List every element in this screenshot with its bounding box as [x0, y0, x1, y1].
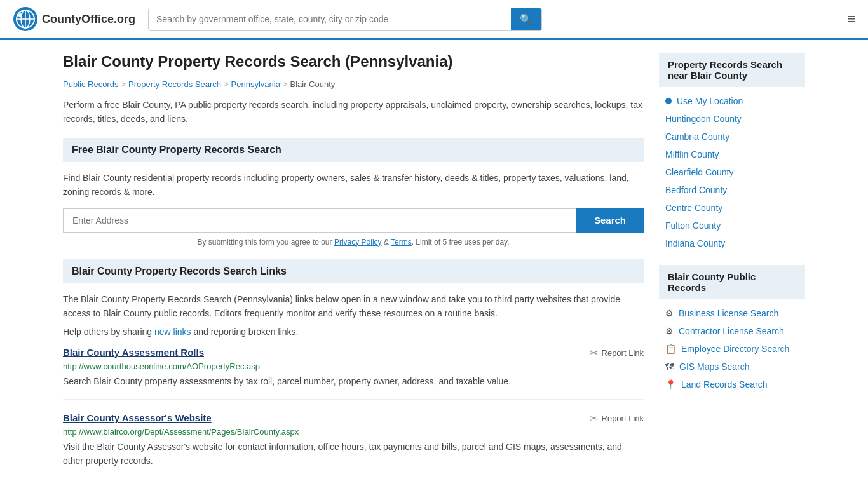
- sidebar-public-records-heading: Blair County Public Records: [659, 265, 805, 299]
- breadcrumb-property-records[interactable]: Property Records Search: [128, 79, 221, 89]
- share-text: Help others by sharing: [63, 327, 154, 337]
- location-dot-icon: [665, 98, 672, 104]
- sidebar-biz-license[interactable]: ⚙ Business License Search: [659, 304, 805, 322]
- main-layout: Blair County Property Records Search (Pe…: [53, 40, 815, 488]
- gis-maps-label: GIS Maps Search: [679, 362, 750, 372]
- logo-icon: [13, 6, 38, 32]
- links-share: Help others by sharing new links and rep…: [63, 327, 644, 337]
- sidebar-county-5[interactable]: Centre County: [659, 199, 805, 217]
- logo-suffix: .org: [114, 13, 135, 25]
- svg-point-5: [18, 13, 22, 17]
- sidebar-employee-directory[interactable]: 📋 Employee Directory Search: [659, 340, 805, 358]
- contractor-license-label: Contractor License Search: [679, 326, 784, 336]
- sidebar-county-0-label: Huntingdon County: [665, 114, 742, 124]
- links-section: Blair County Property Records Search Lin…: [63, 259, 644, 479]
- report-link-1-button[interactable]: ✂ Report Link: [590, 347, 644, 359]
- content-area: Blair County Property Records Search (Pe…: [63, 53, 644, 488]
- sidebar-county-6[interactable]: Fulton County: [659, 217, 805, 234]
- sidebar: Property Records Search near Blair Count…: [659, 53, 805, 488]
- gis-maps-icon: 🗺: [665, 362, 674, 372]
- link-item-2-desc: Visit the Blair County Assessor's websit…: [63, 440, 644, 468]
- share-suffix: and reporting broken links.: [191, 327, 299, 337]
- search-icon: 🔍: [520, 14, 532, 25]
- link-item-1-desc: Search Blair County property assessments…: [63, 375, 644, 389]
- disclaimer-suffix: . Limit of 5 free uses per day.: [412, 238, 510, 247]
- report-link-2-button[interactable]: ✂ Report Link: [590, 412, 644, 424]
- header-search-input[interactable]: [149, 8, 511, 30]
- breadcrumb-pennsylvania[interactable]: Pennsylvania: [231, 79, 280, 89]
- share-new-links[interactable]: new links: [154, 327, 191, 337]
- sidebar-county-3[interactable]: Clearfield County: [659, 163, 805, 181]
- sidebar-county-1[interactable]: Cambria County: [659, 128, 805, 146]
- logo-name: CountyOffice: [42, 13, 114, 25]
- sidebar-county-0[interactable]: Huntingdon County: [659, 110, 805, 128]
- sidebar-contractor-license[interactable]: ⚙ Contractor License Search: [659, 322, 805, 340]
- address-input[interactable]: [63, 208, 576, 233]
- sidebar-county-3-label: Clearfield County: [665, 167, 733, 177]
- breadcrumb: Public Records > Property Records Search…: [63, 79, 644, 89]
- link-item-1-header: Blair County Assessment Rolls ✂ Report L…: [63, 347, 644, 359]
- sidebar-nearby-heading: Property Records Search near Blair Count…: [659, 53, 805, 87]
- search-button[interactable]: Search: [576, 208, 644, 233]
- use-my-location-label: Use My Location: [677, 96, 743, 106]
- header-search-button[interactable]: 🔍: [511, 8, 541, 30]
- menu-icon[interactable]: ≡: [847, 11, 855, 27]
- employee-directory-icon: 📋: [665, 344, 676, 354]
- sidebar-county-6-label: Fulton County: [665, 220, 721, 231]
- sidebar-gis-maps[interactable]: 🗺 GIS Maps Search: [659, 358, 805, 376]
- link-item-1-url[interactable]: http://www.courthouseonline.com/AOProper…: [63, 362, 644, 371]
- logo[interactable]: CountyOffice.org: [13, 6, 135, 32]
- logo-text: CountyOffice.org: [42, 13, 135, 26]
- sidebar-county-1-label: Cambria County: [665, 132, 729, 142]
- bc-sep-2: >: [224, 79, 229, 89]
- sidebar-county-5-label: Centre County: [665, 203, 722, 213]
- report-icon-1: ✂: [590, 347, 598, 359]
- sidebar-nearby-section: Property Records Search near Blair Count…: [659, 53, 805, 252]
- report-icon-2: ✂: [590, 412, 598, 424]
- report-link-1-label: Report Link: [602, 348, 644, 358]
- terms-link[interactable]: Terms: [391, 238, 412, 247]
- sidebar-land-records[interactable]: 📍 Land Records Search: [659, 376, 805, 393]
- link-item-2-header: Blair County Assessor's Website ✂ Report…: [63, 412, 644, 424]
- sidebar-county-4-label: Bedford County: [665, 185, 727, 195]
- header-search-bar: 🔍: [148, 8, 542, 31]
- sidebar-county-7[interactable]: Indiana County: [659, 234, 805, 252]
- biz-license-icon: ⚙: [665, 308, 674, 318]
- breadcrumb-public-records[interactable]: Public Records: [63, 79, 118, 89]
- site-header: CountyOffice.org 🔍 ≡: [0, 0, 868, 40]
- free-search-heading: Free Blair County Property Records Searc…: [63, 138, 644, 162]
- sidebar-county-4[interactable]: Bedford County: [659, 181, 805, 199]
- links-section-heading: Blair County Property Records Search Lin…: [63, 259, 644, 283]
- link-item-2-title[interactable]: Blair County Assessor's Website: [63, 412, 212, 423]
- bc-sep-1: >: [121, 79, 126, 89]
- employee-directory-label: Employee Directory Search: [681, 344, 789, 354]
- biz-license-label: Business License Search: [679, 308, 778, 318]
- sidebar-county-7-label: Indiana County: [665, 238, 725, 248]
- form-disclaimer: By submitting this form you agree to our…: [63, 238, 644, 247]
- link-item-1-title[interactable]: Blair County Assessment Rolls: [63, 347, 204, 358]
- link-item-1: Blair County Assessment Rolls ✂ Report L…: [63, 347, 644, 400]
- bc-sep-3: >: [283, 79, 288, 89]
- sidebar-public-records-section: Blair County Public Records ⚙ Business L…: [659, 265, 805, 393]
- free-search-desc: Find Blair County residential property r…: [63, 171, 644, 200]
- link-item-2-url[interactable]: http://www.blairco.org/Dept/Assessment/P…: [63, 427, 644, 437]
- privacy-policy-link[interactable]: Privacy Policy: [334, 238, 382, 247]
- land-records-icon: 📍: [665, 379, 676, 390]
- disclaimer-text: By submitting this form you agree to our: [197, 238, 334, 247]
- sidebar-use-my-location[interactable]: Use My Location: [659, 92, 805, 110]
- sidebar-county-2-label: Mifflin County: [665, 149, 719, 159]
- sidebar-county-2[interactable]: Mifflin County: [659, 146, 805, 163]
- report-link-2-label: Report Link: [602, 414, 644, 423]
- free-search-section: Free Blair County Property Records Searc…: [63, 138, 644, 247]
- breadcrumb-current: Blair County: [290, 79, 336, 89]
- page-description: Perform a free Blair County, PA public p…: [63, 98, 644, 126]
- address-form: Search: [63, 208, 644, 233]
- link-item-2: Blair County Assessor's Website ✂ Report…: [63, 412, 644, 478]
- contractor-license-icon: ⚙: [665, 326, 674, 336]
- land-records-label: Land Records Search: [681, 379, 767, 390]
- page-title: Blair County Property Records Search (Pe…: [63, 53, 644, 71]
- links-desc: The Blair County Property Records Search…: [63, 292, 644, 321]
